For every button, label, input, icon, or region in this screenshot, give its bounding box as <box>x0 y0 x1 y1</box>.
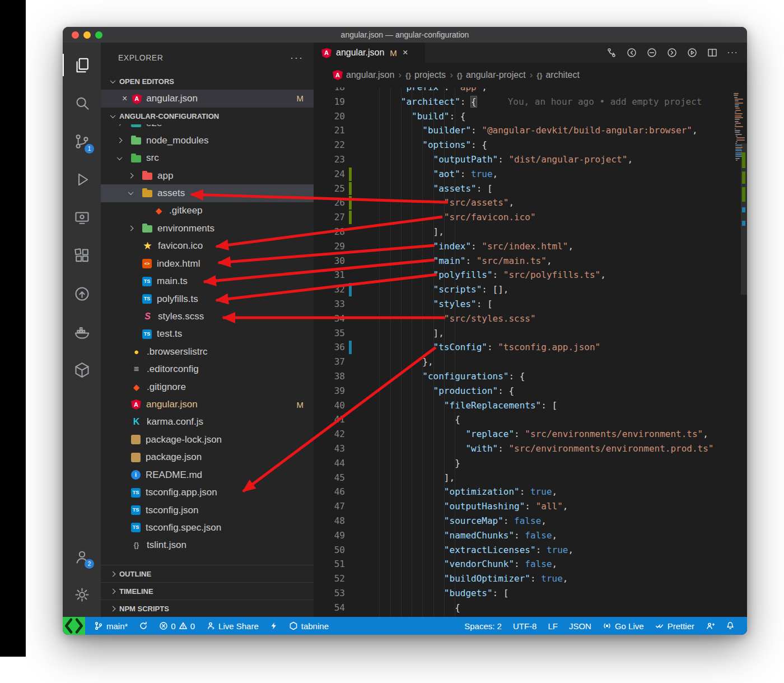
tree-item-tslint-json[interactable]: {}tslint.json <box>101 537 314 554</box>
tree-item-tsconfig-spec-json[interactable]: TStsconfig.spec.json <box>101 519 314 536</box>
previous-change-icon[interactable] <box>626 47 637 58</box>
tab-close-icon[interactable]: × <box>403 47 408 58</box>
tabnine-button[interactable]: tabnine <box>284 617 333 635</box>
chevron-down-icon[interactable] <box>117 155 123 160</box>
section-open-editors[interactable]: OPEN EDITORS <box>101 73 314 90</box>
branch-indicator[interactable]: main* <box>90 617 132 635</box>
open-editor-angular-json[interactable]: × A angular.json M <box>101 90 314 107</box>
tree-item-package-lock-json[interactable]: package-lock.json <box>101 431 314 448</box>
chevron-right-icon[interactable] <box>128 226 134 231</box>
language-mode-indicator[interactable]: JSON <box>564 617 596 635</box>
live-share-button[interactable]: Live Share <box>202 617 263 635</box>
run-file-icon[interactable] <box>687 47 698 58</box>
code-token: , <box>552 486 558 497</box>
tree-item-polyfills-ts[interactable]: TSpolyfills.ts <box>101 290 314 308</box>
tree-item-tsconfig-json[interactable]: TStsconfig.json <box>101 501 314 519</box>
close-window-button[interactable] <box>72 31 79 39</box>
open-changes-icon[interactable] <box>646 47 657 58</box>
tree-item-tsconfig-app-json[interactable]: TStsconfig.app.json <box>101 484 314 501</box>
tree-item-gitkeep[interactable]: ◆.gitkeep <box>101 202 314 220</box>
encoding-indicator[interactable]: UTF-8 <box>508 617 542 635</box>
breadcrumb-item-angular-project[interactable]: {}angular-project <box>457 70 526 80</box>
settings-gear-icon[interactable] <box>63 575 101 614</box>
gutter <box>345 412 368 427</box>
code-area[interactable]: 18 "prefix": "app",19 "architect": {You,… <box>314 87 747 617</box>
minimap[interactable] <box>731 90 741 617</box>
go-live-button[interactable]: Go Live <box>598 617 648 635</box>
tree-item-package-json[interactable]: package.json <box>101 449 314 466</box>
tree-item-e2e[interactable]: e2e <box>101 124 314 132</box>
problems-indicator[interactable]: 0 0 <box>155 617 199 635</box>
tree-item-main-ts[interactable]: TSmain.ts <box>101 272 314 290</box>
tree-item-karma-conf-js[interactable]: Kkarma.conf.js <box>101 413 314 431</box>
gutter <box>345 268 368 282</box>
tree-item-app[interactable]: app <box>101 167 314 184</box>
sync-button[interactable] <box>134 617 152 635</box>
breadcrumb-item-projects[interactable]: {}projects <box>405 70 446 80</box>
remote-explorer-icon[interactable] <box>63 198 101 236</box>
tree-item-src[interactable]: src <box>101 149 314 166</box>
line-number: 29 <box>314 239 345 254</box>
code-token: , <box>563 573 568 584</box>
tree-item-browserslistrc[interactable]: ●.browserslistrc <box>101 343 314 360</box>
chevron-down-icon[interactable] <box>128 190 134 196</box>
zoom-window-button[interactable] <box>95 31 102 39</box>
tree-item-readme-md[interactable]: iREADME.md <box>101 466 314 484</box>
code-line-22: 22 "options": { <box>314 138 731 152</box>
breadcrumb-separator: › <box>450 69 453 81</box>
run-debug-icon[interactable] <box>63 160 101 198</box>
notifications-bell-icon[interactable] <box>721 617 739 635</box>
split-editor-icon[interactable] <box>707 47 718 58</box>
package-icon[interactable] <box>63 351 101 389</box>
tree-item-node-modules[interactable]: node_modules <box>101 132 314 149</box>
close-icon[interactable]: × <box>122 94 127 104</box>
breadcrumb-label: architect <box>545 70 579 80</box>
code-line-21: 21 "builder": "@angular-devkit/build-ang… <box>314 123 731 138</box>
explorer-icon[interactable] <box>63 46 101 84</box>
extensions-icon[interactable] <box>63 236 101 275</box>
line-number: 48 <box>314 514 345 528</box>
code-token: : [ <box>493 588 509 598</box>
section-workspace[interactable]: ANGULAR-CONFIGURATION <box>101 107 314 124</box>
chevron-right-icon[interactable] <box>128 173 134 179</box>
code-line-48: 48 "sourceMap": false, <box>314 514 731 528</box>
live-share-icon[interactable] <box>63 275 101 313</box>
section-timeline[interactable]: TIMELINE <box>101 582 314 600</box>
source-control-icon[interactable]: 1 <box>63 122 101 160</box>
compare-changes-icon[interactable] <box>606 47 617 58</box>
search-icon[interactable] <box>63 84 101 122</box>
breadcrumb-item-architect[interactable]: {}architect <box>536 70 580 80</box>
code-text: "tsConfig": "tsconfig.app.json" <box>368 340 731 355</box>
tree-item-editorconfig[interactable]: ≡.editorconfig <box>101 360 314 378</box>
tree-item-favicon-ico[interactable]: ★favicon.ico <box>101 238 314 255</box>
minimize-window-button[interactable] <box>83 31 91 39</box>
breadcrumb-item-angular-json[interactable]: Aangular.json <box>333 70 394 80</box>
tree-item-test-ts[interactable]: TStest.ts <box>101 326 314 343</box>
explorer-more-actions-icon[interactable]: ··· <box>290 52 304 64</box>
prettier-button[interactable]: Prettier <box>651 617 699 635</box>
docker-icon[interactable] <box>63 313 101 351</box>
chevron-right-icon[interactable] <box>117 138 123 143</box>
chevron-right-icon[interactable] <box>117 124 123 126</box>
next-change-icon[interactable] <box>666 47 678 58</box>
tree-item-angular-json[interactable]: Aangular.jsonM <box>101 396 314 413</box>
accounts-icon[interactable]: 2 <box>63 537 101 575</box>
thunder-client-button[interactable] <box>265 617 282 635</box>
breadcrumbs: Aangular.json›{}projects›{}angular-proje… <box>314 63 747 87</box>
section-outline[interactable]: OUTLINE <box>101 565 314 582</box>
scrollbar[interactable] <box>741 87 747 617</box>
tree-item-environments[interactable]: environments <box>101 220 314 237</box>
tree-item-index-html[interactable]: <>index.html <box>101 255 314 272</box>
minimap-line <box>735 121 739 122</box>
remote-indicator[interactable] <box>63 617 85 635</box>
eol-indicator[interactable]: LF <box>543 617 562 635</box>
section-npm-scripts[interactable]: NPM SCRIPTS <box>101 600 314 617</box>
tree-item-assets[interactable]: assets <box>101 184 314 202</box>
feedback-person-icon[interactable] <box>701 617 719 635</box>
tab-angular-json[interactable]: A angular.json M × <box>314 43 426 63</box>
line-number: 37 <box>314 355 345 369</box>
more-actions-icon[interactable]: ··· <box>727 47 738 58</box>
tree-item-gitignore[interactable]: ◆.gitignore <box>101 378 314 396</box>
indentation-indicator[interactable]: Spaces: 2 <box>460 617 506 635</box>
tree-item-styles-scss[interactable]: Sstyles.scss <box>101 308 314 325</box>
